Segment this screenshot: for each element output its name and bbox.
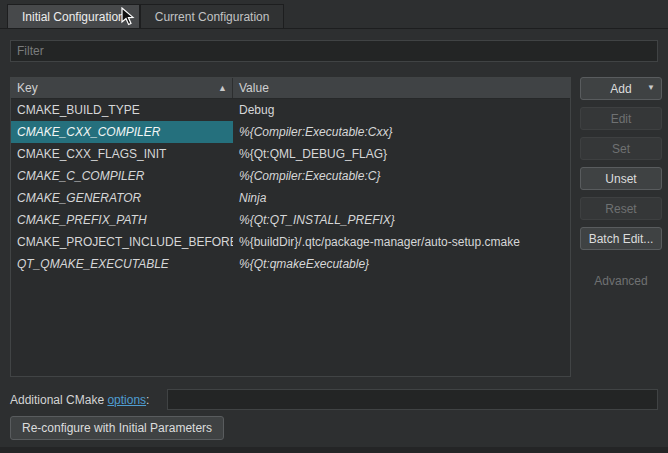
table-row[interactable]: CMAKE_CXX_COMPILER%{Compiler:Executable:… [11,121,570,143]
table-row[interactable]: CMAKE_PREFIX_PATH%{Qt:QT_INSTALL_PREFIX} [11,209,570,231]
key-cell[interactable]: CMAKE_C_COMPILER [11,165,233,187]
value-cell[interactable]: %{Qt:qmakeExecutable} [233,253,570,275]
config-table: Key ▲ Value CMAKE_BUILD_TYPEDebugCMAKE_C… [10,77,571,377]
button-label: Unset [605,172,636,186]
value-cell[interactable]: Ninja [233,187,570,209]
key-cell[interactable]: CMAKE_GENERATOR [11,187,233,209]
value-cell[interactable]: %{Qt:QT_INSTALL_PREFIX} [233,209,570,231]
table-row[interactable]: CMAKE_GENERATORNinja [11,187,570,209]
config-table-body: CMAKE_BUILD_TYPEDebugCMAKE_CXX_COMPILER%… [11,99,570,275]
add-button[interactable]: Add▼ [580,77,662,100]
edit-button[interactable]: Edit [580,107,662,130]
label-prefix: Additional CMake [10,393,107,407]
value-cell[interactable]: %{Compiler:Executable:Cxx} [233,121,570,143]
key-cell[interactable]: CMAKE_BUILD_TYPE [11,99,233,121]
set-button[interactable]: Set [580,137,662,160]
table-row[interactable]: CMAKE_PROJECT_INCLUDE_BEFORE%{buildDir}/… [11,231,570,253]
column-header-value[interactable]: Value [233,78,570,98]
advanced-button[interactable]: Advanced [580,269,662,292]
key-cell[interactable]: CMAKE_PROJECT_INCLUDE_BEFORE [11,231,233,253]
configuration-tabbar: Initial Configuration Current Configurat… [7,4,284,28]
button-label: Advanced [594,274,647,288]
cmake-configuration-panel: Initial Configuration Current Configurat… [0,0,668,453]
sort-ascending-icon: ▲ [218,78,227,98]
value-cell[interactable]: %{Compiler:Executable:C} [233,165,570,187]
reconfigure-button[interactable]: Re-configure with Initial Parameters [10,416,224,440]
tabbar-divider [0,28,668,29]
key-cell[interactable]: QT_QMAKE_EXECUTABLE [11,253,233,275]
batch-edit-button[interactable]: Batch Edit... [580,227,662,250]
button-label: Reset [605,202,636,216]
key-cell[interactable]: CMAKE_CXX_COMPILER [11,121,233,143]
button-label: Edit [611,112,632,126]
label-suffix: : [146,393,149,407]
key-cell[interactable]: CMAKE_CXX_FLAGS_INIT [11,143,233,165]
value-cell[interactable]: Debug [233,99,570,121]
column-header-key[interactable]: Key ▲ [11,78,233,98]
key-cell[interactable]: CMAKE_PREFIX_PATH [11,209,233,231]
button-label: Batch Edit... [589,232,654,246]
config-table-header: Key ▲ Value [11,78,570,99]
table-row[interactable]: CMAKE_BUILD_TYPEDebug [11,99,570,121]
additional-cmake-options-input[interactable] [167,389,658,410]
reset-button[interactable]: Reset [580,197,662,220]
unset-button[interactable]: Unset [580,167,662,190]
button-label: Set [612,142,630,156]
options-link[interactable]: options [107,393,146,407]
table-row[interactable]: CMAKE_CXX_FLAGS_INIT%{Qt:QML_DEBUG_FLAG} [11,143,570,165]
panel-bottom-edge [0,447,668,453]
column-header-value-label: Value [239,81,269,95]
additional-cmake-options-label: Additional CMake options: [10,393,149,407]
column-header-key-label: Key [17,81,38,95]
action-buttons: Add▼EditSetUnsetResetBatch Edit...Advanc… [580,77,662,292]
table-row[interactable]: CMAKE_C_COMPILER%{Compiler:Executable:C} [11,165,570,187]
filter-input[interactable] [10,40,658,62]
value-cell[interactable]: %{buildDir}/.qtc/package-manager/auto-se… [233,231,570,253]
button-label: Add [610,82,631,96]
tab-current-configuration[interactable]: Current Configuration [140,4,285,28]
dropdown-arrow-icon: ▼ [647,83,655,92]
tab-initial-configuration[interactable]: Initial Configuration [7,4,140,28]
value-cell[interactable]: %{Qt:QML_DEBUG_FLAG} [233,143,570,165]
table-row[interactable]: QT_QMAKE_EXECUTABLE%{Qt:qmakeExecutable} [11,253,570,275]
